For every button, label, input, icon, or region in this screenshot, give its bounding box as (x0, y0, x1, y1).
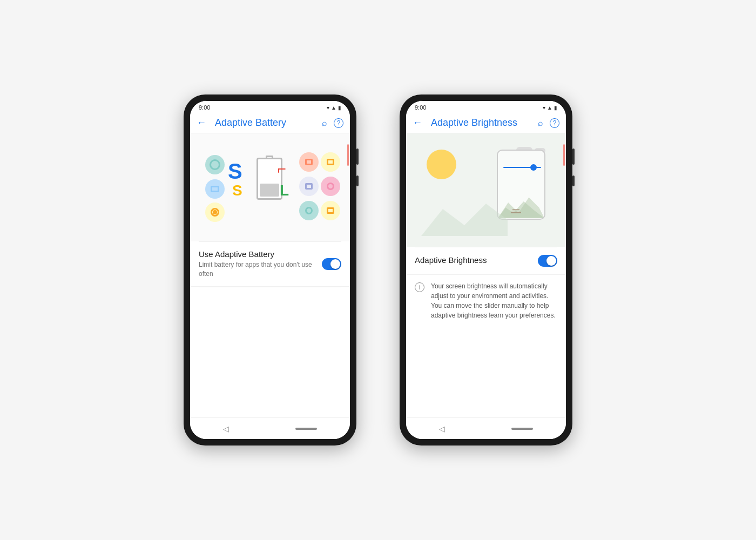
volume-button-1[interactable] (356, 148, 359, 165)
battery-icon-1: ▮ (338, 105, 341, 111)
svg-rect-3 (512, 209, 519, 210)
setting-title-2: Adaptive Brightness (415, 255, 531, 265)
app-circle-bl (205, 202, 225, 222)
battery-icon-2: ▮ (554, 105, 557, 111)
setting-text-2: Adaptive Brightness (415, 255, 531, 266)
mini-phone-content (498, 151, 544, 168)
app-bar-title-1: Adaptive Battery (215, 117, 322, 129)
power-button-1[interactable] (356, 176, 359, 186)
search-icon-1[interactable]: ⌕ (322, 118, 327, 128)
info-row-brightness: i Your screen brightness will automatica… (406, 275, 566, 327)
app-circle-tr2 (321, 152, 340, 172)
connector-right-top: ⌐ (278, 160, 286, 178)
signal-icon-1: ▲ (331, 105, 336, 111)
home-pill-2[interactable] (511, 428, 533, 430)
app-circle-br2 (321, 201, 340, 220)
back-button-2[interactable]: ← (413, 117, 422, 129)
phone-screen-2: 9:00 ▾ ▲ ▮ ← Adaptive Brightness ⌕ ? (406, 101, 566, 439)
search-icon-2[interactable]: ⌕ (538, 118, 543, 128)
volume-button-2[interactable] (572, 148, 575, 165)
home-pill-1[interactable] (295, 428, 317, 430)
toggle-thumb-1 (330, 259, 340, 269)
status-icons-2: ▾ ▲ ▮ (543, 105, 557, 111)
back-button-1[interactable]: ← (197, 117, 206, 129)
phone-frame-1: 9:00 ▾ ▲ ▮ ← Adaptive Battery ⌕ ? (184, 94, 356, 446)
brightness-illustration-area (406, 133, 566, 247)
phone-frame-2: 9:00 ▾ ▲ ▮ ← Adaptive Brightness ⌕ ? (400, 94, 572, 446)
phone-bottom-nav-1: ◁ (190, 417, 350, 439)
setting-subtitle-1: Limit battery for apps that you don't us… (199, 260, 315, 279)
brightness-illustration (421, 144, 551, 236)
app-circle-tr (299, 152, 319, 172)
bg-mountain-svg (421, 193, 508, 236)
status-bar-2: 9:00 ▾ ▲ ▮ (406, 101, 566, 113)
divider-bottom-1 (199, 287, 341, 287)
app-bar-actions-2: ⌕ ? (538, 118, 559, 128)
brightness-slider-line (503, 167, 541, 168)
wifi-icon-1: ▾ (327, 105, 329, 111)
signal-icon-2: ▲ (547, 105, 552, 111)
setting-title-1: Use Adaptive Battery (199, 249, 315, 259)
phone-content-1[interactable]: S S ⌐ L (190, 133, 350, 417)
app-circle-mr2 (321, 177, 340, 196)
brightness-slider-thumb (530, 164, 537, 171)
battery-cap (266, 156, 273, 159)
app-circle-tl (205, 155, 225, 174)
help-icon-2[interactable]: ? (550, 118, 559, 128)
info-text-brightness: Your screen brightness will automaticall… (431, 281, 557, 320)
status-icons-1: ▾ ▲ ▮ (327, 105, 341, 111)
app-bar-1: ← Adaptive Battery ⌕ ? (190, 113, 350, 133)
battery-illustration: S S ⌐ L (205, 150, 335, 225)
back-nav-icon-1[interactable]: ◁ (223, 424, 229, 433)
svg-rect-2 (511, 212, 521, 213)
back-nav-icon-2[interactable]: ◁ (439, 424, 445, 433)
phone-content-2[interactable]: Adaptive Brightness i Your screen bright… (406, 133, 566, 417)
battery-illustration-area: S S ⌐ L (190, 133, 350, 241)
adaptive-brightness-toggle[interactable] (538, 255, 557, 267)
app-bar-2: ← Adaptive Brightness ⌕ ? (406, 113, 566, 133)
app-circle-ml (205, 179, 225, 199)
phone-bottom-nav-2: ◁ (406, 417, 566, 439)
phone-adaptive-brightness: 9:00 ▾ ▲ ▮ ← Adaptive Brightness ⌕ ? (400, 94, 572, 446)
toggle-thumb-2 (546, 256, 556, 266)
app-bar-actions-1: ⌕ ? (322, 118, 343, 128)
scroll-indicator-2 (563, 144, 565, 166)
connector-yellow: S (232, 182, 242, 199)
sun-icon (427, 150, 456, 179)
app-bar-title-2: Adaptive Brightness (431, 117, 538, 129)
adaptive-brightness-setting-row[interactable]: Adaptive Brightness (406, 247, 566, 275)
phone-adaptive-battery: 9:00 ▾ ▲ ▮ ← Adaptive Battery ⌕ ? (184, 94, 356, 446)
status-time-1: 9:00 (199, 104, 210, 111)
power-button-2[interactable] (572, 176, 575, 186)
scroll-indicator-1 (347, 144, 349, 166)
status-bar-1: 9:00 ▾ ▲ ▮ (190, 101, 350, 113)
help-icon-1[interactable]: ? (334, 118, 343, 128)
connector-right-mid: L (280, 182, 289, 199)
svg-marker-4 (421, 204, 508, 236)
app-circle-mr (299, 177, 319, 196)
battery-charge (260, 184, 279, 197)
wifi-icon-2: ▾ (543, 105, 545, 111)
adaptive-battery-toggle[interactable] (322, 258, 341, 270)
info-icon-brightness: i (415, 282, 424, 292)
setting-text-1: Use Adaptive Battery Limit battery for a… (199, 249, 315, 279)
status-time-2: 9:00 (415, 104, 426, 111)
phone-screen-1: 9:00 ▾ ▲ ▮ ← Adaptive Battery ⌕ ? (190, 101, 350, 439)
adaptive-battery-setting-row[interactable]: Use Adaptive Battery Limit battery for a… (190, 242, 350, 287)
app-circle-br (299, 201, 319, 220)
connector-left: S (228, 160, 242, 182)
